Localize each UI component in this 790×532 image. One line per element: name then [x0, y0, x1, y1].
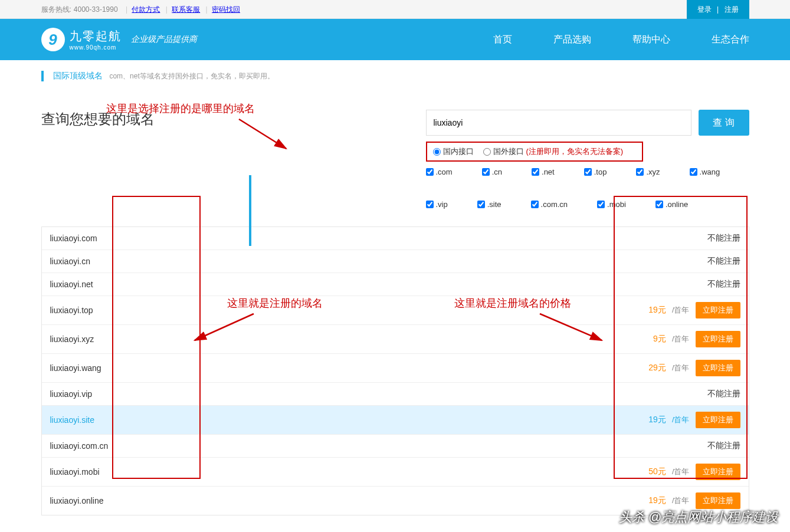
result-domain: liuxiaoyi.cn	[50, 257, 90, 266]
result-row[interactable]: liuxiaoyi.wang29元/首年立即注册	[42, 354, 749, 383]
tld-checkbox-mobi[interactable]: .mobi	[597, 200, 626, 209]
result-year-label: /首年	[672, 363, 690, 373]
tld-checkbox-vip[interactable]: .vip	[426, 200, 448, 209]
result-price: 9元	[653, 334, 666, 344]
logo-sub: www.90qh.com	[70, 44, 122, 51]
result-domain: liuxiaoyi.vip	[50, 389, 93, 399]
tld-checkbox-cn[interactable]: .cn	[482, 168, 502, 176]
interface-selector: 国内接口 国外接口(注册即用，免实名无法备案)	[426, 142, 643, 162]
breadcrumb-category[interactable]: 国际顶级域名	[53, 71, 103, 80]
nav-products[interactable]: 产品选购	[553, 34, 591, 46]
register-button[interactable]: 立即注册	[696, 302, 740, 318]
breadcrumb-desc: com、net等域名支持国外接口，免实名，即买即用。	[109, 72, 274, 80]
result-status: 不能注册	[707, 279, 740, 290]
result-status: 不能注册	[707, 256, 740, 267]
result-domain: liuxiaoyi.mobi	[50, 467, 100, 477]
results-table: liuxiaoyi.com不能注册liuxiaoyi.cn不能注册liuxiao…	[41, 226, 749, 515]
tld-checkboxes: .com.cn.net.top.xyz.wang.vip.site.com.cn…	[426, 168, 749, 209]
result-year-label: /首年	[672, 305, 690, 316]
register-link[interactable]: 注册	[721, 5, 742, 14]
register-button[interactable]: 立即注册	[696, 492, 740, 509]
result-status: 不能注册	[707, 389, 740, 399]
tld-checkbox-top[interactable]: .top	[584, 168, 607, 176]
search-button[interactable]: 查 询	[699, 110, 749, 136]
watermark: 头杀 @亮点网站小程序建设	[619, 508, 778, 515]
breadcrumb: 国际顶级域名 com、net等域名支持国外接口，免实名，即买即用。	[41, 60, 749, 92]
login-link[interactable]: 登录	[694, 5, 715, 14]
result-row[interactable]: liuxiaoyi.com不能注册	[42, 227, 749, 250]
tld-checkbox-comcn[interactable]: .com.cn	[531, 200, 568, 209]
tld-checkbox-net[interactable]: .net	[532, 168, 555, 176]
result-row[interactable]: liuxiaoyi.cn不能注册	[42, 250, 749, 273]
tld-checkbox-wang[interactable]: .wang	[690, 168, 720, 176]
tld-checkbox-com[interactable]: .com	[426, 168, 453, 176]
result-row[interactable]: liuxiaoyi.xyz9元/首年立即注册	[42, 325, 749, 354]
register-button[interactable]: 立即注册	[696, 464, 740, 480]
result-status: 不能注册	[707, 441, 740, 451]
result-domain: liuxiaoyi.net	[50, 280, 93, 289]
logo-tagline: 企业级产品提供商	[131, 34, 197, 45]
topbar-right: 登录 | 注册	[687, 0, 749, 19]
register-button[interactable]: 立即注册	[696, 360, 740, 376]
result-domain: liuxiaoyi.online	[50, 496, 104, 505]
hotline: 4000-33-1990	[74, 5, 118, 14]
tld-checkbox-online[interactable]: .online	[655, 200, 688, 209]
hotline-label: 服务热线:	[41, 5, 71, 14]
tld-checkbox-site[interactable]: .site	[477, 200, 501, 209]
nav-home[interactable]: 首页	[493, 34, 512, 46]
topbar-left: 服务热线:4000-33-1990 | 付款方式 | 联系客服 | 密码找回	[41, 0, 241, 19]
result-price: 19元	[648, 495, 666, 506]
result-domain: liuxiaoyi.wang	[50, 363, 101, 373]
result-domain: liuxiaoyi.xyz	[50, 334, 94, 344]
result-price: 19元	[648, 415, 666, 425]
logo[interactable]: 9 九零起航 www.90qh.com 企业级产品提供商	[41, 28, 197, 51]
result-domain: liuxiaoyi.com.cn	[50, 441, 109, 451]
result-row[interactable]: liuxiaoyi.top19元/首年立即注册	[42, 296, 749, 325]
topbar-link-payment[interactable]: 付款方式	[132, 5, 160, 14]
result-row[interactable]: liuxiaoyi.site19元/首年立即注册	[42, 406, 749, 435]
nav-eco[interactable]: 生态合作	[712, 34, 749, 46]
domain-search-input[interactable]	[426, 110, 691, 136]
result-price: 50元	[648, 467, 666, 477]
register-button[interactable]: 立即注册	[696, 331, 740, 347]
logo-title: 九零起航	[70, 28, 122, 44]
nav-help[interactable]: 帮助中心	[632, 34, 670, 46]
result-year-label: /首年	[672, 415, 690, 425]
result-row[interactable]: liuxiaoyi.net不能注册	[42, 273, 749, 296]
result-domain: liuxiaoyi.com	[50, 234, 97, 243]
main-nav: 首页 产品选购 帮助中心 生态合作	[493, 34, 749, 46]
result-year-label: /首年	[672, 334, 690, 344]
radio-foreign[interactable]: 国外接口(注册即用，免实名无法备案)	[483, 146, 624, 157]
logo-icon: 9	[41, 28, 65, 51]
result-row[interactable]: liuxiaoyi.mobi50元/首年立即注册	[42, 458, 749, 487]
tld-checkbox-xyz[interactable]: .xyz	[636, 168, 660, 176]
result-price: 19元	[648, 305, 666, 316]
result-domain: liuxiaoyi.site	[50, 415, 94, 425]
radio-domestic[interactable]: 国内接口	[433, 146, 474, 157]
topbar-link-password[interactable]: 密码找回	[212, 5, 240, 14]
result-domain: liuxiaoyi.top	[50, 306, 93, 315]
result-row[interactable]: liuxiaoyi.vip不能注册	[42, 383, 749, 406]
result-row[interactable]: liuxiaoyi.com.cn不能注册	[42, 435, 749, 458]
result-year-label: /首年	[672, 467, 690, 477]
topbar-link-contact[interactable]: 联系客服	[172, 5, 200, 14]
search-title: 查询您想要的域名	[41, 110, 175, 129]
decorative-line	[249, 175, 251, 246]
result-year-label: /首年	[672, 495, 690, 506]
result-price: 29元	[648, 363, 666, 373]
result-status: 不能注册	[707, 233, 740, 244]
register-button[interactable]: 立即注册	[696, 412, 740, 428]
